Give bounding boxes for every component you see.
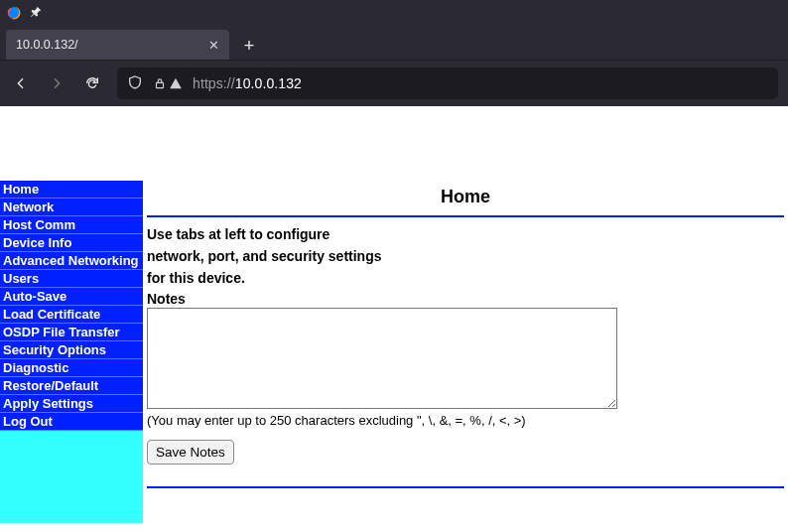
sidebar-item-label: Home bbox=[3, 182, 39, 197]
save-notes-button[interactable]: Save Notes bbox=[147, 440, 234, 465]
intro-text: Use tabs at left to configure network, p… bbox=[147, 223, 784, 289]
divider-bottom bbox=[147, 486, 784, 488]
sidebar-item-load-certificate[interactable]: Load Certificate bbox=[0, 306, 143, 324]
sidebar-item-diagnostic[interactable]: Diagnostic bbox=[0, 359, 143, 377]
sidebar-item-home[interactable]: Home bbox=[0, 181, 143, 199]
svg-rect-1 bbox=[157, 82, 164, 87]
firefox-logo-icon bbox=[6, 5, 22, 21]
forward-button[interactable] bbox=[46, 72, 67, 94]
url-text: https://10.0.0.132 bbox=[193, 75, 302, 91]
page-body: Home Network Host Comm Device Info Advan… bbox=[0, 181, 788, 523]
sidebar-item-label: Auto-Save bbox=[3, 289, 66, 304]
browser-chrome: 10.0.0.132/ ✕ + https://10.0.0.132 bbox=[0, 0, 788, 106]
sidebar-item-label: OSDP File Transfer bbox=[3, 325, 120, 339]
sidebar-item-label: Advanced Networking bbox=[3, 253, 139, 268]
sidebar-item-apply-settings[interactable]: Apply Settings bbox=[0, 395, 143, 413]
sidebar-item-label: Security Options bbox=[3, 342, 106, 357]
sidebar-item-label: Apply Settings bbox=[3, 396, 93, 411]
browser-toolbar: https://10.0.0.132 bbox=[0, 60, 788, 106]
sidebar-item-label: Device Info bbox=[3, 235, 71, 250]
reload-button[interactable] bbox=[81, 72, 103, 94]
sidebar-item-label: Log Out bbox=[3, 414, 53, 429]
divider-top bbox=[147, 215, 784, 217]
sidebar-item-device-info[interactable]: Device Info bbox=[0, 234, 143, 252]
browser-tab[interactable]: 10.0.0.132/ ✕ bbox=[6, 30, 229, 60]
sidebar-item-label: Diagnostic bbox=[3, 360, 68, 375]
sidebar-item-osdp-file-transfer[interactable]: OSDP File Transfer bbox=[0, 324, 143, 341]
sidebar-item-label: Restore/Default bbox=[3, 378, 98, 393]
close-tab-icon[interactable]: ✕ bbox=[208, 38, 219, 53]
sidebar-item-label: Users bbox=[3, 271, 39, 286]
sidebar-item-label: Load Certificate bbox=[3, 307, 100, 322]
sidebar: Home Network Host Comm Device Info Advan… bbox=[0, 181, 143, 523]
tab-title: 10.0.0.132/ bbox=[16, 38, 78, 52]
address-bar[interactable]: https://10.0.0.132 bbox=[117, 67, 778, 99]
notes-hint: (You may enter up to 250 characters excl… bbox=[147, 413, 784, 428]
sidebar-item-users[interactable]: Users bbox=[0, 270, 143, 288]
sidebar-item-auto-save[interactable]: Auto-Save bbox=[0, 288, 143, 306]
new-tab-button[interactable]: + bbox=[235, 32, 263, 60]
window-titlebar bbox=[0, 0, 788, 26]
sidebar-item-security-options[interactable]: Security Options bbox=[0, 341, 143, 359]
notes-label: Notes bbox=[147, 291, 784, 307]
pin-icon bbox=[30, 5, 43, 21]
sidebar-item-network[interactable]: Network bbox=[0, 199, 143, 216]
sidebar-item-log-out[interactable]: Log Out bbox=[0, 413, 143, 431]
notes-textarea[interactable] bbox=[147, 308, 617, 409]
back-button[interactable] bbox=[10, 72, 32, 94]
lock-warning-icon bbox=[153, 76, 183, 90]
intro-line: Use tabs at left to configure bbox=[147, 223, 784, 245]
main-content: Home Use tabs at left to configure netwo… bbox=[143, 181, 788, 523]
page-title: Home bbox=[147, 187, 784, 207]
shield-icon bbox=[127, 74, 143, 93]
sidebar-item-host-comm[interactable]: Host Comm bbox=[0, 216, 143, 234]
sidebar-item-restore-default[interactable]: Restore/Default bbox=[0, 377, 143, 395]
intro-line: for this device. bbox=[147, 267, 784, 289]
intro-line: network, port, and security settings bbox=[147, 245, 784, 267]
page-viewport: Home Network Host Comm Device Info Advan… bbox=[0, 106, 788, 532]
sidebar-item-advanced-networking[interactable]: Advanced Networking bbox=[0, 252, 143, 270]
sidebar-item-label: Network bbox=[3, 200, 54, 214]
tab-strip: 10.0.0.132/ ✕ + bbox=[0, 26, 788, 60]
sidebar-item-label: Host Comm bbox=[3, 217, 75, 232]
